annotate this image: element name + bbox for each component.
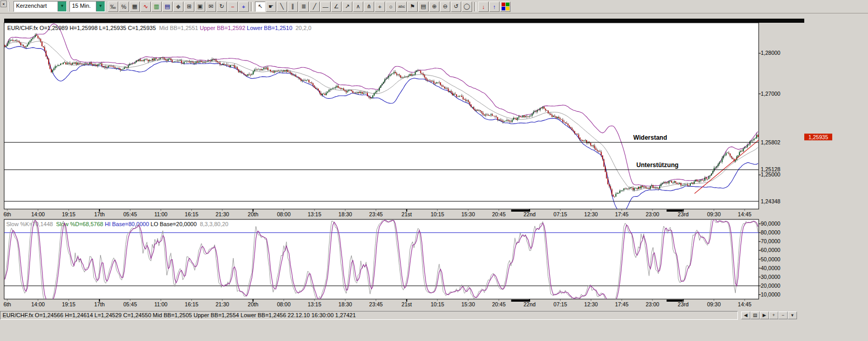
annotation-widerstand[interactable]: Widerstand [633,134,667,141]
chevron-down-icon[interactable]: ▼ [58,2,66,11]
format-percent-icon[interactable]: ‰ [108,2,118,12]
indicator-insert-icon[interactable]: ∿ [140,2,151,12]
main-plot-area[interactable] [4,23,759,209]
level-price-label: 1,24348 [761,198,780,204]
zoom-out-icon[interactable]: ⊖ [440,2,450,12]
price-axis-label: 1,28000 [761,50,780,56]
horizontal-line-icon[interactable]: — [320,2,331,12]
time-axis-label: 07:15 [553,211,567,217]
time-axis-label: 16:15 [185,301,198,307]
time-axis-label: 17:45 [615,301,629,307]
stoch-axis-label: 70,0000 [761,238,780,244]
hand-tool-icon[interactable]: ☛ [266,2,276,12]
zoom-in-icon[interactable]: ⊕ [429,2,439,12]
time-axis-label: 23rd [678,211,689,217]
time-axis-label: 09:30 [707,211,721,217]
zigzag-tool-icon[interactable]: ∧ [353,2,363,12]
refresh-icon[interactable]: ↻ [217,2,227,12]
time-axis-label: 15:30 [461,301,475,307]
annotation-unterstuetzung[interactable]: Unterstützung [636,161,678,169]
status-bar: EUR/CHF.fx O=1,24566 H=1,24614 L=1,24529… [0,310,868,320]
grid-settings-icon[interactable]: ▦ [130,2,140,12]
crosshair-tool-icon[interactable]: + [375,2,385,12]
arrow-tool-icon[interactable]: ↗ [342,2,352,12]
main-chart-header: EUR/CHF.fx O=1,25989 H=1,25998 L=1,25935… [7,25,311,31]
zoom-in-button[interactable]: + [769,312,778,319]
print-icon[interactable]: ⊞ [184,2,194,12]
session-gap-marker [511,210,530,212]
chevron-down-icon[interactable]: ▼ [96,2,105,11]
price-axis-label: 1,27000 [761,91,780,97]
chart-gallery-icon[interactable]: ▥ [151,2,162,12]
time-axis-label: 18:30 [338,301,352,307]
zoom-reset-icon[interactable]: ↺ [451,2,461,12]
time-axis-label: 05:45 [123,211,137,217]
options-button[interactable]: ▾ [788,312,797,319]
add-object-icon[interactable]: + [238,2,249,12]
time-axis-label: 13:15 [308,211,321,217]
time-axis-label: 16:15 [185,211,198,217]
sell-marker-icon[interactable]: ↓ [478,2,489,12]
text-tool-icon[interactable]: abc [396,2,407,12]
fibonacci-tool-icon[interactable]: ⋔ [364,2,374,12]
period-dropdown[interactable]: 15 Min. ▼ [69,1,105,12]
stoch-header: Slow %K=70,1448 Slow %D=68,5768 HI Base=… [6,221,229,227]
ellipse-tool-icon[interactable]: ○ [386,2,396,12]
stoch-axis-label: 60,0000 [761,247,780,253]
send-mail-icon[interactable]: ✉ [206,2,216,12]
time-axis-label: 11:00 [154,301,168,307]
stoch-plot-area[interactable] [4,219,759,299]
time-axis-label: 18:30 [338,211,352,217]
toolbar-separator [251,2,253,11]
stoch-axis-label: 30,0000 [761,274,780,280]
angle-tool-icon[interactable]: ∠ [331,2,341,12]
alert-tool-icon[interactable]: ⚑ [407,2,418,12]
time-axis-label: 22nd [523,301,536,307]
time-axis-label: 10:15 [431,211,444,217]
properties-icon[interactable]: ◆ [173,2,183,12]
stoch-axis-label: 50,0000 [761,256,780,262]
pointer-tool-icon[interactable]: ↖ [255,2,265,12]
time-axis-label: 20:45 [492,211,505,217]
toolbar-close-icon[interactable]: × [1,1,7,7]
time-axis-label: 05:45 [123,301,137,307]
buy-marker-icon[interactable]: ↑ [489,2,500,12]
time-axis-label: 15:30 [461,211,475,217]
time-axis-label: 14:45 [738,211,751,217]
trendline-tool-icon[interactable]: ╲ [277,2,287,12]
time-axis-label: 23:45 [369,301,382,307]
time-axis-label: 19:15 [62,211,75,217]
time-axis-label: 23:00 [646,211,659,217]
palette-swatches [502,3,509,10]
session-gap-marker [511,300,530,302]
price-scale-icon[interactable]: % [119,2,129,12]
scroll-right-button[interactable]: ▶ [760,312,769,319]
color-palette-icon[interactable] [500,2,510,12]
time-axis-label: 07:15 [553,301,567,307]
toolbar-grip[interactable] [8,2,11,11]
time-axis-label: 08:00 [277,211,290,217]
toolbar-icons: ‰%▦∿▥▤◆⊞▣✉↻−+↖☛╲∥≣╱—∠↗∧⋔+○abc⚑▤⊕⊖↺◯↓↑ [108,2,510,12]
note-tool-icon[interactable]: ▤ [418,2,429,12]
level-price-label: 1,25802 [761,139,780,145]
time-axis-label: 17:45 [615,211,629,217]
remove-object-icon[interactable]: − [227,2,238,12]
time-axis-label: 14:00 [31,301,45,307]
stoch-axis-label: 20,0000 [761,283,780,289]
time-axis-label: 12:30 [584,211,597,217]
workspace-icon[interactable]: ▤ [162,2,173,12]
circle-tool-icon[interactable]: ◯ [462,2,472,12]
time-axis-label: 11:00 [154,211,168,217]
time-axis-label: 6th [4,211,11,217]
chart-title-bar[interactable] [4,19,804,23]
zoom-out-button[interactable]: − [778,312,788,319]
regression-tool-icon[interactable]: ╱ [309,2,320,12]
grid-lines-icon[interactable]: ≣ [298,2,309,12]
time-axis-label: 23:45 [369,211,382,217]
overview-button[interactable]: ▤ [750,312,760,319]
scroll-left-button[interactable]: ◀ [741,312,750,319]
save-icon[interactable]: ▣ [195,2,205,12]
chart-type-dropdown[interactable]: Kerzenchart ▼ [13,1,67,12]
parallel-channel-icon[interactable]: ∥ [288,2,298,12]
time-axis-label: 10:15 [431,301,444,307]
